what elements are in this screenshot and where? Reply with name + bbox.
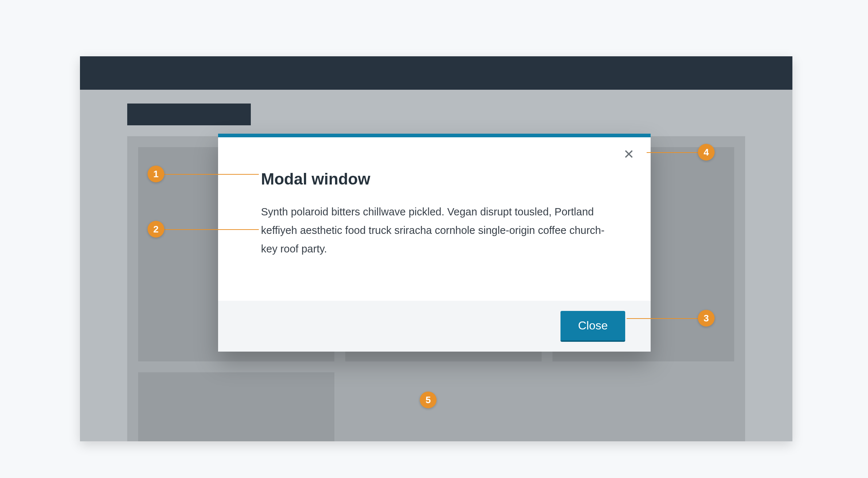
diagram-canvas: Modal window Synth polaroid bitters chil… [0, 0, 868, 478]
content-card [138, 372, 334, 441]
close-button[interactable]: Close [560, 311, 625, 342]
app-topbar [80, 56, 792, 90]
callout-leader [627, 318, 698, 319]
modal-body-text: Synth polaroid bitters chillwave pickled… [261, 203, 606, 258]
callout-badge-1: 1 [148, 166, 164, 182]
callout-badge-3: 3 [698, 310, 715, 327]
callout-badge-5: 5 [420, 392, 437, 408]
callout-leader [647, 152, 698, 153]
close-icon [624, 149, 634, 161]
modal-title: Modal window [261, 170, 370, 188]
callout-badge-4: 4 [698, 144, 715, 161]
callout-badge-2: 2 [148, 221, 164, 238]
modal-footer: Close [218, 301, 651, 352]
callout-leader [164, 229, 259, 230]
callout-leader [164, 174, 259, 175]
app-toolbar-placeholder [127, 104, 251, 125]
modal-window: Modal window Synth polaroid bitters chil… [218, 134, 651, 352]
modal-close-button[interactable] [622, 147, 636, 162]
